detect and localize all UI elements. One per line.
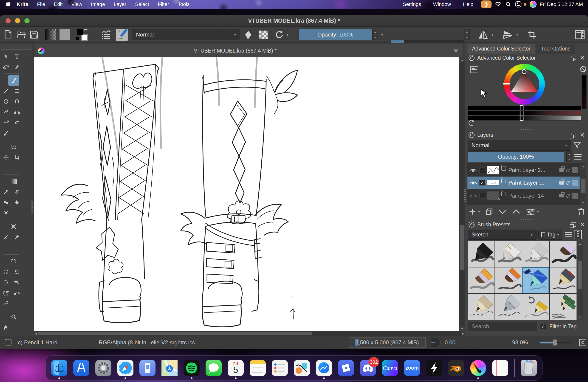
dock-lightning-s-app[interactable] bbox=[426, 360, 442, 376]
close-docker-icon[interactable]: ✕ bbox=[580, 221, 585, 228]
brush-preset-ink-brush[interactable] bbox=[550, 241, 577, 267]
eraser-mode-icon[interactable] bbox=[244, 29, 253, 40]
account-avatar[interactable] bbox=[530, 1, 537, 8]
alpha-lock-icon[interactable]: α bbox=[566, 166, 570, 174]
search-icon[interactable] bbox=[505, 1, 512, 8]
alpha-lock-icon[interactable]: α bbox=[566, 192, 570, 200]
tool-contiguous-select[interactable] bbox=[11, 277, 22, 288]
tool-assistants[interactable] bbox=[8, 221, 19, 232]
apple-menu-icon[interactable] bbox=[6, 1, 11, 7]
scroll-right-button[interactable]: ▶ bbox=[461, 331, 465, 336]
layer-checkbox[interactable] bbox=[479, 193, 485, 199]
tool-move[interactable] bbox=[0, 152, 11, 162]
reload-dropdown-caret[interactable]: ▾ bbox=[287, 29, 289, 40]
mirror-vertical-caret[interactable]: ▾ bbox=[516, 29, 518, 40]
float-docker-icon[interactable] bbox=[571, 222, 576, 227]
preset-display-menu-icon[interactable] bbox=[565, 232, 572, 237]
gradient-chooser[interactable] bbox=[45, 29, 56, 40]
preserve-alpha-icon[interactable] bbox=[259, 29, 268, 40]
saturation-value-triangle[interactable] bbox=[504, 64, 545, 105]
document-tab[interactable]: VTUBER MODEL.kra (867.4 MiB) * ✕ bbox=[34, 44, 464, 57]
menu-help[interactable]: Help bbox=[459, 0, 478, 9]
brush-preset-pencil-blue-selected[interactable] bbox=[522, 267, 549, 293]
fit-to-view-icon[interactable] bbox=[579, 339, 586, 346]
reset-colors-icon[interactable] bbox=[76, 37, 79, 40]
open-document-icon[interactable] bbox=[17, 29, 26, 40]
tool-measure[interactable] bbox=[0, 232, 11, 242]
brush-preset-stylus-black[interactable] bbox=[468, 241, 495, 267]
menu-window[interactable]: Window bbox=[429, 0, 455, 9]
layer-menu-icon[interactable] bbox=[574, 154, 582, 160]
preset-search-input[interactable]: Search bbox=[468, 322, 537, 331]
dock-maps[interactable] bbox=[162, 360, 178, 376]
dock-spotify[interactable] bbox=[184, 360, 200, 376]
dock-calendar[interactable]: Fri 5 bbox=[228, 360, 244, 376]
toolbox-header[interactable] bbox=[1, 44, 31, 50]
move-layer-up-button[interactable] bbox=[512, 209, 521, 214]
toolbox-splitter-handle[interactable] bbox=[31, 201, 33, 214]
brush-preset-pen-white[interactable] bbox=[495, 241, 522, 267]
docker-lock-icon[interactable] bbox=[469, 221, 475, 227]
layer-hidden-icon[interactable] bbox=[469, 193, 477, 198]
menu-layer[interactable]: Layer bbox=[109, 0, 131, 9]
add-layer-caret[interactable]: ▾ bbox=[478, 210, 480, 214]
menu-tools[interactable]: Tools bbox=[173, 0, 194, 9]
brush-editor-icon[interactable] bbox=[116, 29, 128, 40]
tool-dynamic-brush[interactable] bbox=[11, 117, 22, 128]
reload-preset-icon[interactable] bbox=[275, 29, 284, 40]
docker-resize-handle[interactable] bbox=[465, 129, 588, 131]
hue-ring[interactable] bbox=[504, 64, 545, 105]
delete-layer-button[interactable] bbox=[578, 208, 585, 216]
tool-multibrush[interactable] bbox=[0, 128, 11, 139]
brush-preset-brush-orange[interactable] bbox=[495, 267, 522, 293]
size-spinner[interactable]: ▲▼ bbox=[464, 29, 470, 40]
tool-freehand-brush[interactable] bbox=[8, 75, 19, 86]
wrap-around-icon[interactable] bbox=[527, 29, 537, 40]
menu-file[interactable]: File bbox=[33, 0, 49, 9]
scroll-thumb[interactable] bbox=[578, 261, 582, 289]
inherit-alpha-icon[interactable] bbox=[502, 192, 506, 196]
tool-reference-images[interactable] bbox=[11, 232, 22, 242]
pattern-chooser[interactable] bbox=[59, 29, 70, 40]
float-docker-icon[interactable] bbox=[571, 133, 576, 137]
dock-zoom[interactable]: zoom bbox=[404, 360, 420, 376]
close-docker-icon[interactable]: ✕ bbox=[580, 132, 585, 139]
blend-mode-dropdown[interactable]: Normal▾ bbox=[132, 29, 240, 40]
layer-lock-icon[interactable] bbox=[559, 181, 564, 184]
tool-polygon-select[interactable] bbox=[11, 266, 22, 277]
alpha-channel-icon[interactable] bbox=[572, 167, 578, 173]
dock-blender[interactable] bbox=[448, 360, 464, 376]
menu-filter[interactable]: Filter bbox=[153, 0, 173, 9]
add-layer-button[interactable] bbox=[469, 208, 476, 216]
tool-calligraphy[interactable] bbox=[11, 61, 22, 72]
dock-discord[interactable]: 302 bbox=[360, 360, 376, 376]
workspace-chooser-icon[interactable] bbox=[575, 29, 585, 40]
layer-lock-icon[interactable] bbox=[559, 168, 564, 172]
scroll-down-button[interactable]: ▼ bbox=[580, 200, 586, 205]
color-selector-settings-icon[interactable] bbox=[470, 66, 478, 73]
scroll-up-button[interactable]: ▲ bbox=[580, 164, 586, 169]
drawing-canvas[interactable] bbox=[34, 57, 459, 331]
tool-bezier-curve[interactable] bbox=[11, 107, 22, 117]
value-strip[interactable] bbox=[582, 75, 587, 109]
zoom-slider[interactable] bbox=[540, 342, 572, 343]
tag-button[interactable]: Tag ▾ bbox=[538, 230, 562, 240]
background-color-swatch[interactable] bbox=[81, 34, 88, 41]
swap-colors-icon[interactable] bbox=[83, 28, 88, 33]
layer-row-partial[interactable] bbox=[467, 202, 580, 205]
brush-preset-pen-fountain[interactable] bbox=[495, 294, 522, 320]
properties-caret[interactable]: ▾ bbox=[537, 210, 539, 214]
save-icon[interactable] bbox=[30, 29, 38, 40]
microphone-icon[interactable] bbox=[481, 0, 492, 8]
dock-canva[interactable]: Canva bbox=[382, 360, 398, 376]
layer-blend-mode-dropdown[interactable]: Normal▾ bbox=[468, 140, 571, 151]
layer-checkbox[interactable]: ✓ bbox=[479, 180, 485, 185]
duplicate-layer-button[interactable] bbox=[485, 208, 493, 215]
panel-splitter-handle[interactable] bbox=[464, 189, 465, 201]
dock-krita[interactable] bbox=[470, 360, 486, 376]
layer-opacity-slider[interactable]: Opacity: 100% bbox=[468, 152, 564, 162]
zoom-percentage[interactable]: 93.0% bbox=[512, 339, 528, 346]
tool-bezier-select[interactable] bbox=[11, 288, 22, 298]
dock-notebook-app[interactable] bbox=[492, 360, 508, 376]
layer-row-selected[interactable]: ✓ Paint Layer ... α bbox=[467, 177, 580, 189]
